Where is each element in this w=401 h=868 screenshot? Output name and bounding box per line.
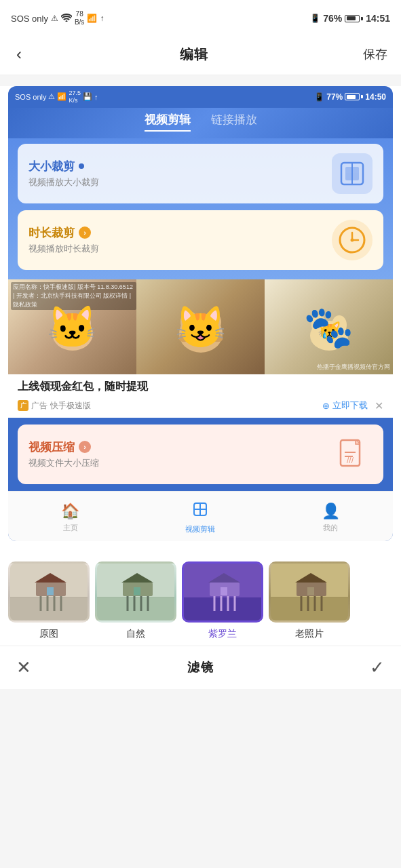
resize-card-desc: 视频播放大小裁剪	[28, 176, 99, 189]
orange-arrow: ›	[79, 226, 91, 239]
status-right: 📱 76% 14:51	[310, 13, 390, 24]
home-icon: 🏠	[61, 502, 79, 520]
nav-item-video-edit[interactable]: 视频剪辑	[172, 498, 229, 537]
ad-actions: ⊕ 立即下载 ✕	[322, 399, 383, 412]
ad-brand-label: 广告	[31, 400, 47, 412]
profile-label: 我的	[323, 523, 338, 533]
filter-item-original[interactable]: 原图	[8, 561, 90, 640]
save-button[interactable]: 保存	[363, 46, 387, 62]
phone-screen-preview: SOS only ⚠ 📶 27.5K/s 💾 ↑ 📱 77% 14:50	[8, 86, 393, 541]
top-nav: ‹ 编辑 保存	[0, 34, 401, 75]
filter-row: 原图	[0, 552, 401, 646]
sim-icon: 📶	[87, 14, 97, 23]
video-edit-label: 视频剪辑	[185, 524, 215, 534]
filter-label-original: 原图	[39, 628, 58, 640]
inner-battery-icon	[345, 93, 363, 100]
svg-point-16	[78, 326, 81, 328]
svg-point-20	[177, 327, 202, 344]
clock-icon-box	[332, 220, 373, 260]
inner-network-speed: 27.5K/s	[69, 90, 81, 104]
resize-card-title: 大小裁剪	[28, 159, 99, 174]
filter-thumb-old	[269, 561, 350, 623]
filter-thumb-original	[8, 561, 90, 623]
compress-card-desc: 视频文件大小压缩	[28, 457, 99, 469]
ad-cat-image-1: 应用名称：快手极速版| 版本号 11.8.30.6512 | 开发者：北京快手科…	[8, 279, 136, 374]
compress-card[interactable]: 视频压缩 › 视频文件大小压缩 ///	[18, 425, 383, 484]
ad-download-button[interactable]: ⊕ 立即下载	[322, 399, 368, 412]
compress-file-icon: ///	[335, 437, 369, 471]
filter-thumb-violet	[182, 561, 263, 623]
svg-point-27	[332, 315, 347, 334]
resize-icon	[339, 160, 366, 187]
warning-icon: ⚠	[51, 14, 58, 23]
inner-storage-icon: 💾	[83, 92, 92, 101]
svg-point-14	[75, 324, 82, 331]
filter-preview-violet	[184, 564, 261, 620]
ad-caption: 上线领现金红包，随时提现	[8, 374, 393, 397]
duration-card-desc: 视频播放时长裁剪	[28, 243, 99, 255]
ad-cat-image-3: 😿 热播于金鹰播视频传官方网	[265, 279, 393, 374]
inner-status-bar: SOS only ⚠ 📶 27.5K/s 💾 ↑ 📱 77% 14:50	[8, 86, 393, 108]
svg-text:😿: 😿	[317, 319, 341, 342]
filter-preview-natural	[97, 564, 174, 620]
feature-cards-container: 大小裁剪 视频播放大小裁剪 时长裁剪	[8, 138, 393, 279]
svg-rect-45	[47, 587, 54, 595]
sos-label: SOS only	[11, 14, 48, 24]
tab-video-edit[interactable]: 视频剪辑	[145, 112, 191, 132]
nav-item-profile[interactable]: 👤 我的	[308, 500, 354, 536]
svg-point-23	[192, 323, 199, 330]
compress-icon-box: ///	[332, 434, 373, 475]
filter-item-natural[interactable]: 自然	[95, 561, 176, 640]
svg-point-24	[203, 323, 210, 330]
svg-rect-75	[307, 587, 314, 595]
inner-bottom-nav: 🏠 主页 视频剪辑 👤 我的	[8, 491, 393, 541]
nav-item-home[interactable]: 🏠 主页	[47, 500, 93, 536]
battery-icon	[345, 15, 363, 22]
resize-card[interactable]: 大小裁剪 视频播放大小裁剪	[18, 144, 383, 203]
inner-sos-label: SOS only	[15, 93, 46, 101]
wifi-icon	[61, 14, 72, 24]
cancel-button[interactable]: ✕	[16, 657, 31, 678]
bottom-action-bar: ✕ 滤镜 ✓	[0, 646, 401, 689]
filter-item-violet[interactable]: 紫罗兰	[182, 561, 263, 640]
status-bar: SOS only ⚠ 78B/s 📶 ↑ 📱 76% 14:51	[0, 0, 401, 34]
ad-watermark: 应用名称：快手极速版| 版本号 11.8.30.6512 | 开发者：北京快手科…	[11, 282, 136, 310]
filter-label-natural: 自然	[126, 628, 145, 640]
inner-battery-percent: 77%	[326, 92, 343, 102]
status-left: SOS only ⚠ 78B/s 📶 ↑	[11, 10, 104, 26]
ad-cat-image-2	[136, 279, 265, 374]
filter-item-old[interactable]: 老照片	[269, 561, 350, 640]
inner-time: 14:50	[365, 92, 386, 102]
clock-icon	[338, 226, 366, 254]
compress-card-title: 视频压缩 ›	[28, 439, 99, 455]
filter-thumb-inner-violet	[184, 564, 261, 620]
resize-card-text: 大小裁剪 视频播放大小裁剪	[28, 159, 99, 189]
home-label: 主页	[63, 523, 78, 533]
svg-point-9	[75, 313, 91, 334]
svg-point-25	[310, 321, 348, 351]
tab-link-play[interactable]: 链接播放	[211, 112, 257, 132]
download-arrow-icon: ⊕	[322, 401, 330, 411]
red-arrow: ›	[79, 441, 91, 453]
inner-wifi-icon: 📶	[57, 92, 66, 101]
back-button[interactable]: ‹	[14, 42, 24, 66]
ad-close-button[interactable]: ✕	[375, 399, 383, 412]
network-speed: 78B/s	[75, 10, 84, 26]
profile-icon: 👤	[322, 502, 340, 520]
inner-status-left: SOS only ⚠ 📶 27.5K/s 💾 ↑	[15, 90, 98, 104]
duration-card[interactable]: 时长裁剪 › 视频播放时长裁剪	[18, 210, 383, 270]
battery-percent: 76%	[323, 13, 342, 24]
svg-point-15	[66, 326, 69, 328]
upload-icon: ↑	[100, 14, 104, 23]
confirm-button[interactable]: ✓	[370, 657, 385, 678]
filter-thumb-inner-natural	[97, 564, 174, 620]
filter-label-violet: 紫罗兰	[208, 628, 237, 640]
time-display: 14:51	[366, 13, 390, 24]
filter-thumb-inner-old	[271, 564, 348, 620]
svg-point-22	[191, 326, 204, 335]
filter-section-title: 滤镜	[187, 659, 214, 675]
app-tabs-container: 视频剪辑 链接播放	[8, 108, 393, 138]
filter-preview-old	[271, 564, 348, 620]
ad-banner: 应用名称：快手极速版| 版本号 11.8.30.6512 | 开发者：北京快手科…	[8, 279, 393, 418]
inner-upload-icon: ↑	[94, 93, 98, 101]
